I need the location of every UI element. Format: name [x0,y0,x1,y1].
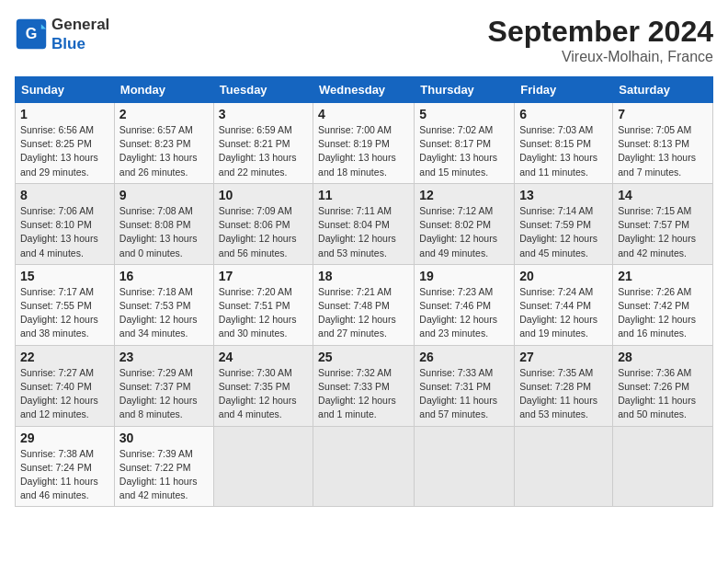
day-number: 19 [419,269,509,283]
weekday-header-monday: Monday [114,77,213,103]
day-number: 12 [419,188,509,202]
day-info: Sunrise: 6:57 AM Sunset: 8:23 PM Dayligh… [119,123,209,179]
day-info: Sunrise: 7:21 AM Sunset: 7:48 PM Dayligh… [318,285,409,341]
day-number: 4 [318,107,409,121]
day-info: Sunrise: 7:32 AM Sunset: 7:33 PM Dayligh… [318,366,409,422]
day-info: Sunrise: 7:26 AM Sunset: 7:42 PM Dayligh… [618,285,708,341]
day-number: 14 [618,188,708,202]
calendar-table: SundayMondayTuesdayWednesdayThursdayFrid… [15,76,713,507]
day-cell: 3Sunrise: 6:59 AM Sunset: 8:21 PM Daylig… [213,103,313,184]
day-cell: 23Sunrise: 7:29 AM Sunset: 7:37 PM Dayli… [114,345,213,426]
day-cell: 12Sunrise: 7:12 AM Sunset: 8:02 PM Dayli… [415,183,515,264]
week-row-1: 1Sunrise: 6:56 AM Sunset: 8:25 PM Daylig… [16,103,713,184]
day-info: Sunrise: 7:12 AM Sunset: 8:02 PM Dayligh… [419,204,509,260]
day-number: 29 [20,431,109,445]
title-block: September 2024 Vireux-Molhain, France [488,15,713,65]
day-number: 7 [618,107,708,121]
day-number: 21 [618,269,708,283]
day-number: 22 [20,350,109,364]
week-row-4: 22Sunrise: 7:27 AM Sunset: 7:40 PM Dayli… [16,345,713,426]
day-info: Sunrise: 7:11 AM Sunset: 8:04 PM Dayligh… [318,204,409,260]
day-info: Sunrise: 7:17 AM Sunset: 7:55 PM Dayligh… [20,285,109,341]
day-cell: 5Sunrise: 7:02 AM Sunset: 8:17 PM Daylig… [415,103,515,184]
day-info: Sunrise: 7:05 AM Sunset: 8:13 PM Dayligh… [618,123,708,179]
day-info: Sunrise: 7:33 AM Sunset: 7:31 PM Dayligh… [419,366,509,422]
day-number: 23 [119,350,209,364]
day-number: 10 [219,188,308,202]
day-number: 20 [519,269,608,283]
day-cell: 24Sunrise: 7:30 AM Sunset: 7:35 PM Dayli… [213,345,313,426]
logo-blue-text: Blue [51,35,85,52]
day-info: Sunrise: 7:18 AM Sunset: 7:53 PM Dayligh… [119,285,209,341]
day-number: 25 [318,350,409,364]
day-number: 30 [119,431,209,445]
day-number: 26 [419,350,509,364]
weekday-header-friday: Friday [515,77,613,103]
svg-text:G: G [26,25,38,41]
day-number: 2 [119,107,209,121]
day-number: 8 [20,188,109,202]
week-row-3: 15Sunrise: 7:17 AM Sunset: 7:55 PM Dayli… [16,264,713,345]
day-info: Sunrise: 6:56 AM Sunset: 8:25 PM Dayligh… [20,123,109,179]
day-cell [415,426,515,507]
weekday-header-row: SundayMondayTuesdayWednesdayThursdayFrid… [16,77,713,103]
day-cell [613,426,713,507]
logo-icon: G [15,17,48,51]
day-number: 28 [618,350,708,364]
day-number: 13 [519,188,608,202]
weekday-header-saturday: Saturday [613,77,713,103]
day-number: 1 [20,107,109,121]
day-info: Sunrise: 7:02 AM Sunset: 8:17 PM Dayligh… [419,123,509,179]
day-cell: 19Sunrise: 7:23 AM Sunset: 7:46 PM Dayli… [415,264,515,345]
weekday-header-tuesday: Tuesday [213,77,313,103]
weekday-header-wednesday: Wednesday [313,77,415,103]
weekday-header-thursday: Thursday [415,77,515,103]
day-cell: 6Sunrise: 7:03 AM Sunset: 8:15 PM Daylig… [515,103,613,184]
day-number: 16 [119,269,209,283]
day-cell: 28Sunrise: 7:36 AM Sunset: 7:26 PM Dayli… [613,345,713,426]
day-info: Sunrise: 7:29 AM Sunset: 7:37 PM Dayligh… [119,366,209,422]
day-number: 17 [219,269,308,283]
weekday-header-sunday: Sunday [16,77,115,103]
day-cell: 4Sunrise: 7:00 AM Sunset: 8:19 PM Daylig… [313,103,415,184]
day-info: Sunrise: 7:38 AM Sunset: 7:24 PM Dayligh… [20,447,109,503]
day-cell: 13Sunrise: 7:14 AM Sunset: 7:59 PM Dayli… [515,183,613,264]
day-info: Sunrise: 7:24 AM Sunset: 7:44 PM Dayligh… [519,285,608,341]
day-cell: 29Sunrise: 7:38 AM Sunset: 7:24 PM Dayli… [16,426,115,507]
day-cell [313,426,415,507]
day-cell: 14Sunrise: 7:15 AM Sunset: 7:57 PM Dayli… [613,183,713,264]
day-info: Sunrise: 7:06 AM Sunset: 8:10 PM Dayligh… [20,204,109,260]
logo: G General Blue [15,15,109,53]
day-cell: 7Sunrise: 7:05 AM Sunset: 8:13 PM Daylig… [613,103,713,184]
day-cell: 27Sunrise: 7:35 AM Sunset: 7:28 PM Dayli… [515,345,613,426]
day-cell: 16Sunrise: 7:18 AM Sunset: 7:53 PM Dayli… [114,264,213,345]
day-info: Sunrise: 7:20 AM Sunset: 7:51 PM Dayligh… [219,285,308,341]
day-cell: 20Sunrise: 7:24 AM Sunset: 7:44 PM Dayli… [515,264,613,345]
page-header: G General Blue September 2024 Vireux-Mol… [15,15,713,65]
day-cell: 8Sunrise: 7:06 AM Sunset: 8:10 PM Daylig… [16,183,115,264]
month-title: September 2024 [488,15,713,49]
day-info: Sunrise: 7:14 AM Sunset: 7:59 PM Dayligh… [519,204,608,260]
day-cell: 2Sunrise: 6:57 AM Sunset: 8:23 PM Daylig… [114,103,213,184]
day-cell: 15Sunrise: 7:17 AM Sunset: 7:55 PM Dayli… [16,264,115,345]
day-cell: 21Sunrise: 7:26 AM Sunset: 7:42 PM Dayli… [613,264,713,345]
day-cell: 17Sunrise: 7:20 AM Sunset: 7:51 PM Dayli… [213,264,313,345]
day-number: 3 [219,107,308,121]
day-info: Sunrise: 7:15 AM Sunset: 7:57 PM Dayligh… [618,204,708,260]
day-info: Sunrise: 7:00 AM Sunset: 8:19 PM Dayligh… [318,123,409,179]
day-cell: 30Sunrise: 7:39 AM Sunset: 7:22 PM Dayli… [114,426,213,507]
day-info: Sunrise: 7:35 AM Sunset: 7:28 PM Dayligh… [519,366,608,422]
day-number: 18 [318,269,409,283]
day-info: Sunrise: 7:30 AM Sunset: 7:35 PM Dayligh… [219,366,308,422]
day-number: 9 [119,188,209,202]
day-cell: 9Sunrise: 7:08 AM Sunset: 8:08 PM Daylig… [114,183,213,264]
day-info: Sunrise: 7:27 AM Sunset: 7:40 PM Dayligh… [20,366,109,422]
day-cell: 18Sunrise: 7:21 AM Sunset: 7:48 PM Dayli… [313,264,415,345]
day-info: Sunrise: 7:08 AM Sunset: 8:08 PM Dayligh… [119,204,209,260]
day-info: Sunrise: 7:03 AM Sunset: 8:15 PM Dayligh… [519,123,608,179]
day-info: Sunrise: 7:39 AM Sunset: 7:22 PM Dayligh… [119,447,209,503]
day-cell [515,426,613,507]
day-info: Sunrise: 7:23 AM Sunset: 7:46 PM Dayligh… [419,285,509,341]
day-number: 6 [519,107,608,121]
day-number: 15 [20,269,109,283]
